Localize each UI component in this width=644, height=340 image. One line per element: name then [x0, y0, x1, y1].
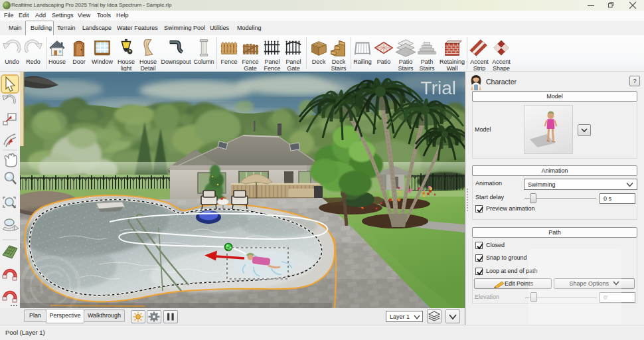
svg-text:Trial: Trial — [421, 78, 456, 98]
